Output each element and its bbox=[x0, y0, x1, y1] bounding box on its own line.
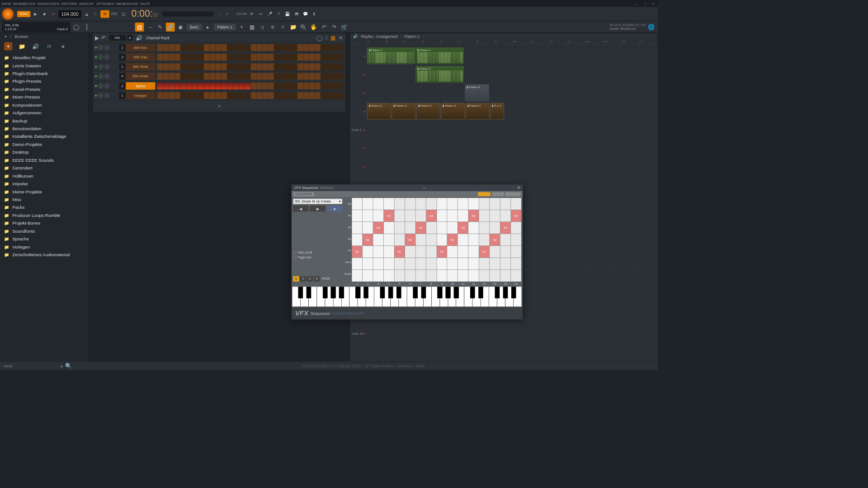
win-close-icon[interactable]: ✕ bbox=[652, 1, 655, 5]
step-cell[interactable] bbox=[297, 92, 303, 99]
step-cell[interactable] bbox=[181, 82, 186, 89]
step-cell[interactable] bbox=[222, 92, 227, 99]
vfx-cell[interactable] bbox=[479, 258, 490, 270]
step-cell[interactable] bbox=[274, 63, 279, 70]
piano-black-key[interactable] bbox=[446, 286, 451, 298]
vfx-cell[interactable] bbox=[448, 270, 458, 282]
tree-item-4[interactable]: 📁Kanal-Presets bbox=[0, 85, 89, 93]
step-cell[interactable] bbox=[222, 73, 227, 80]
step-cell[interactable] bbox=[216, 63, 221, 70]
playlist-track[interactable]: ● bbox=[350, 66, 658, 84]
step-cell[interactable] bbox=[216, 54, 221, 61]
vfx-cell[interactable] bbox=[468, 234, 479, 246]
step-cell[interactable] bbox=[315, 82, 320, 89]
vfx-cell[interactable] bbox=[500, 258, 511, 270]
vfx-cell[interactable] bbox=[415, 246, 426, 258]
playlist-ruler[interactable]: 234567891011121314151617 bbox=[350, 40, 658, 47]
chanrack-graph-icon[interactable]: ◯ bbox=[316, 35, 323, 41]
tree-item-21[interactable]: 📁Projekt-Bones bbox=[0, 219, 89, 227]
step-cell[interactable] bbox=[250, 92, 256, 99]
step-cell[interactable] bbox=[303, 92, 309, 99]
browser-refresh-icon[interactable]: ⟳ bbox=[45, 42, 53, 50]
tree-item-10[interactable]: 📁Installierte Zwischenablage bbox=[0, 132, 89, 140]
tree-item-1[interactable]: 📁Letzte Dateien bbox=[0, 61, 89, 69]
countdown-icon[interactable]: ⊓⊓ bbox=[111, 10, 118, 18]
step-cell[interactable] bbox=[163, 54, 169, 61]
tags-button[interactable]: TAGS bbox=[4, 364, 13, 367]
step-cell[interactable] bbox=[157, 44, 163, 51]
step-cell[interactable] bbox=[245, 82, 250, 89]
step-cell[interactable] bbox=[321, 63, 326, 70]
win-min-icon[interactable]: — bbox=[635, 1, 639, 5]
vfx-cell[interactable] bbox=[458, 258, 468, 270]
vfx-cell[interactable] bbox=[490, 246, 500, 258]
step-cell[interactable] bbox=[297, 54, 303, 61]
vfx-cell[interactable]: N3 bbox=[500, 222, 511, 234]
step-cell[interactable] bbox=[250, 63, 256, 70]
save-icon[interactable]: 💾 bbox=[284, 10, 292, 18]
track-label[interactable]: ● bbox=[350, 103, 367, 121]
step-cell[interactable] bbox=[280, 73, 285, 80]
step-cell[interactable] bbox=[204, 82, 209, 89]
vfx-cell[interactable] bbox=[437, 210, 447, 222]
step-cell[interactable] bbox=[250, 54, 256, 61]
step-cell[interactable] bbox=[274, 44, 279, 51]
vfx-cell[interactable] bbox=[363, 246, 373, 258]
step-cell[interactable] bbox=[250, 82, 256, 89]
step-cell[interactable] bbox=[239, 54, 245, 61]
playlist-clip[interactable]: ▮ Pattern 4 bbox=[465, 84, 489, 101]
piano-black-key[interactable] bbox=[331, 286, 336, 298]
channel-vol-knob[interactable] bbox=[104, 74, 109, 79]
vfx-cell[interactable]: N1 bbox=[479, 246, 490, 258]
step-cell[interactable] bbox=[268, 63, 274, 70]
menu-icon[interactable]: ⋮ bbox=[9, 34, 13, 39]
tree-item-17[interactable]: 📁Meine Projekte bbox=[0, 188, 89, 195]
piano-black-key[interactable] bbox=[339, 286, 344, 298]
step-cell[interactable] bbox=[303, 54, 309, 61]
vfx-cell[interactable] bbox=[352, 258, 362, 270]
piano-black-key[interactable] bbox=[396, 286, 401, 298]
vfx-cell[interactable] bbox=[352, 210, 362, 222]
channel-vol-knob[interactable] bbox=[104, 45, 109, 50]
vfx-stop-seq-button[interactable]: ■ bbox=[327, 206, 342, 212]
step-cell[interactable] bbox=[216, 44, 221, 51]
playlist-clip[interactable]: ▮ Pattern 2 bbox=[466, 103, 490, 119]
track-label[interactable]: ● bbox=[350, 158, 367, 176]
step-cell[interactable] bbox=[181, 92, 186, 99]
pl-breadcrumb-2[interactable]: Pattern 1 bbox=[405, 34, 420, 38]
step-cell[interactable] bbox=[157, 92, 163, 99]
step-cell[interactable] bbox=[175, 82, 180, 89]
channel-led[interactable] bbox=[95, 85, 97, 87]
song-mode-button[interactable]: SONG bbox=[17, 11, 30, 17]
step-cell[interactable] bbox=[175, 73, 180, 80]
step-cell[interactable] bbox=[198, 44, 203, 51]
vfx-cell[interactable] bbox=[426, 270, 437, 282]
step-cell[interactable] bbox=[303, 44, 309, 51]
step-cell[interactable] bbox=[315, 44, 320, 51]
step-cell[interactable] bbox=[309, 54, 315, 61]
tree-item-19[interactable]: 📁Packs bbox=[0, 203, 89, 211]
step-cell[interactable] bbox=[192, 73, 198, 80]
vfx-cell[interactable] bbox=[363, 210, 373, 222]
step-cell[interactable] bbox=[274, 73, 279, 80]
vfx-mode-btn-3[interactable] bbox=[505, 192, 520, 196]
vfx-cell[interactable] bbox=[437, 270, 447, 282]
vfx-cell[interactable] bbox=[500, 270, 511, 282]
vfx-cell[interactable] bbox=[415, 198, 426, 210]
vfx-cell[interactable]: N1 bbox=[394, 246, 405, 258]
vfx-cell[interactable] bbox=[437, 222, 447, 234]
render-icon[interactable]: ⬒ bbox=[292, 10, 300, 18]
step-cell[interactable] bbox=[204, 63, 209, 70]
tree-item-18[interactable]: 📁Misc bbox=[0, 196, 89, 203]
step-cell[interactable] bbox=[321, 73, 326, 80]
browser-star-icon[interactable]: ★ bbox=[59, 42, 67, 50]
step-cell[interactable] bbox=[286, 54, 291, 61]
step-cell[interactable] bbox=[175, 54, 180, 61]
paint-icon[interactable]: ✎ bbox=[156, 23, 165, 32]
step-cell[interactable] bbox=[274, 54, 279, 61]
vfx-cell[interactable] bbox=[437, 258, 447, 270]
vfx-cell[interactable] bbox=[458, 234, 468, 246]
vfx-cell[interactable]: N4 bbox=[384, 210, 394, 222]
channel-number[interactable]: 2 bbox=[119, 82, 126, 89]
vfx-cell[interactable] bbox=[352, 270, 362, 282]
